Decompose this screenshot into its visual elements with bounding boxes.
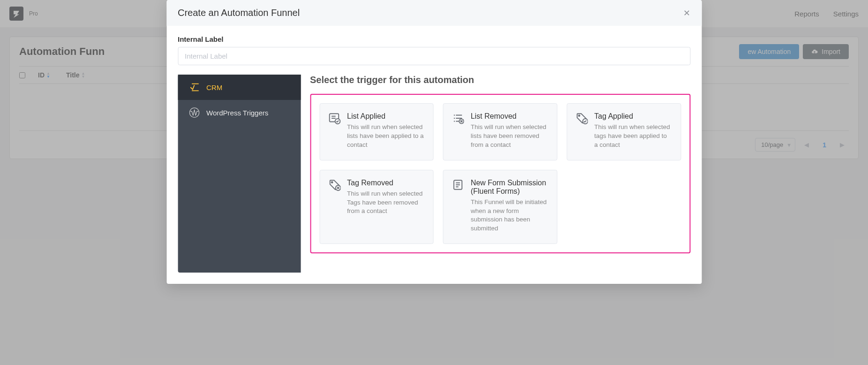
form-icon bbox=[452, 179, 464, 191]
create-automation-modal: Create an Automation Funnel ✕ Internal L… bbox=[166, 0, 702, 284]
trigger-card-desc: This will run when selected Tags have be… bbox=[347, 190, 425, 216]
trigger-card[interactable]: Tag RemovedThis will run when selected T… bbox=[319, 170, 434, 244]
trigger-card[interactable]: List RemovedThis will run when selected … bbox=[443, 103, 558, 160]
trigger-heading: Select the trigger for this automation bbox=[310, 75, 690, 85]
trigger-card-title: List Removed bbox=[471, 112, 549, 121]
svg-point-4 bbox=[579, 115, 580, 116]
trigger-card-title: Tag Removed bbox=[347, 179, 425, 187]
trigger-card[interactable]: New Form Submission (Fluent Forms)This F… bbox=[443, 170, 558, 244]
trigger-card[interactable]: Tag AppliedThis will run when selected t… bbox=[566, 103, 681, 160]
sidebar-item-crm[interactable]: CRM bbox=[178, 75, 301, 100]
internal-label-label: Internal Label bbox=[178, 35, 690, 43]
trigger-card-desc: This will run when selected lists have b… bbox=[347, 123, 425, 150]
svg-point-6 bbox=[331, 182, 332, 183]
list-x-icon bbox=[452, 112, 464, 124]
sidebar-crm-label: CRM bbox=[206, 84, 222, 91]
svg-point-0 bbox=[189, 108, 199, 117]
tag-x-icon bbox=[328, 179, 340, 191]
trigger-card-desc: This will run when selected tags have be… bbox=[594, 123, 672, 150]
trigger-card-title: New Form Submission (Fluent Forms) bbox=[471, 179, 549, 196]
wordpress-icon bbox=[189, 107, 199, 118]
modal-title: Create an Automation Funnel bbox=[178, 8, 300, 18]
close-icon[interactable]: ✕ bbox=[683, 8, 690, 18]
crm-icon bbox=[189, 82, 199, 92]
trigger-card-desc: This Funnel will be initiated when a new… bbox=[471, 198, 549, 234]
trigger-highlight-box: List AppliedThis will run when selected … bbox=[310, 94, 690, 253]
list-check-icon bbox=[328, 112, 340, 124]
modal-header: Create an Automation Funnel ✕ bbox=[166, 0, 702, 26]
internal-label-input[interactable] bbox=[178, 47, 690, 65]
sidebar-item-wordpress-triggers[interactable]: WordPress Triggers bbox=[178, 100, 301, 125]
trigger-card-title: List Applied bbox=[347, 112, 425, 121]
trigger-card-desc: This will run when selected lists have b… bbox=[471, 123, 549, 150]
trigger-card-title: Tag Applied bbox=[594, 112, 672, 121]
trigger-card[interactable]: List AppliedThis will run when selected … bbox=[319, 103, 434, 160]
trigger-grid: List AppliedThis will run when selected … bbox=[319, 103, 681, 244]
sidebar-wp-label: WordPress Triggers bbox=[206, 109, 268, 117]
trigger-category-sidebar: CRM WordPress Triggers bbox=[178, 75, 301, 273]
tag-check-icon bbox=[575, 112, 588, 124]
